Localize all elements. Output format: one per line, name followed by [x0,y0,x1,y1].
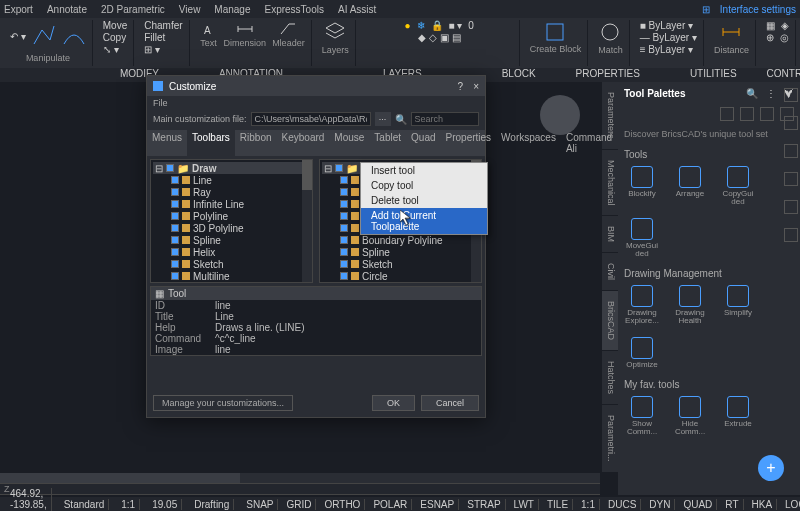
layer-state-1[interactable]: ● [404,20,410,31]
status-flag-lockui[interactable]: LOCKUI [781,499,800,510]
palette-tool-drawingexplorer[interactable]: Drawing Explore... [624,285,660,325]
path-input[interactable] [251,112,371,126]
context-item-add-to-current-toolpalette[interactable]: Add to Current Toolpalette [361,208,487,234]
tree-item[interactable]: Sketch [322,258,479,270]
layer-color[interactable]: ■ ▾ [449,20,463,31]
dialog-close-button[interactable]: × [473,81,479,92]
tab-mechanical[interactable]: Mechanical [602,150,618,217]
copy-button[interactable]: Copy [103,32,127,43]
dialog-tab-command ali[interactable]: Command Ali [561,130,617,156]
tree-left-scrollbar[interactable] [302,160,312,282]
menu-manage[interactable]: Manage [214,4,250,15]
context-item-copy-tool[interactable]: Copy tool [361,178,487,193]
tree-item[interactable]: Boundary Polyline [322,234,479,246]
palette-tool-copyguided[interactable]: CopyGui ded [720,166,756,206]
control-2[interactable]: ◈ [781,20,789,31]
status-flag-tile[interactable]: TILE [543,499,573,510]
stretch-icon[interactable]: ⤡ ▾ [103,44,127,55]
lineweight-bylayer[interactable]: ≡ ByLayer ▾ [640,44,697,55]
palette-tool-blockify[interactable]: Blockify [624,166,660,206]
palette-tool-extrude[interactable]: Extrude [720,396,756,436]
tab-block[interactable]: BLOCK [502,68,536,82]
dialog-tab-keyboard[interactable]: Keyboard [277,130,330,156]
status-flag-strap[interactable]: STRAP [463,499,505,510]
tree-item[interactable]: Circle [322,270,479,282]
dialog-tab-toolbars[interactable]: Toolbars [187,130,235,156]
ok-button[interactable]: OK [372,395,415,411]
dialog-file-menu[interactable]: File [147,96,485,108]
status-flag-ducs[interactable]: DUCS [604,499,641,510]
linetype-bylayer[interactable]: — ByLayer ▾ [640,32,697,43]
layer-tool-2[interactable]: ◇ [429,32,437,43]
tree-item[interactable]: Spline [322,246,479,258]
tool-property-row[interactable]: HelpDraws a line. (LINE) [151,322,481,333]
tree-item[interactable]: Line [153,174,310,186]
view-list[interactable] [760,107,774,121]
tool-property-row[interactable]: TitleLine [151,311,481,322]
dialog-tab-ribbon[interactable]: Ribbon [235,130,277,156]
palette-tool-hidecomm[interactable]: Hide Comm... [672,396,708,436]
chamfer-button[interactable]: Chamfer [144,20,182,31]
status-flag-dyn[interactable]: DYN [645,499,675,510]
search-icon[interactable]: 🔍 [746,88,758,99]
menu-icon[interactable]: ⋮ [766,88,776,99]
control-1[interactable]: ▦ [766,20,775,31]
tool-property-row[interactable]: Imageline [151,344,481,355]
tab-civil[interactable]: Civil [602,253,618,291]
tab-hatches[interactable]: Hatches [602,351,618,405]
tree-item[interactable] [153,282,310,283]
tool-property-row[interactable]: Command^c^c_line [151,333,481,344]
fab-add[interactable]: + [758,455,784,481]
status-flag-grid[interactable]: GRID [282,499,316,510]
distance-icon[interactable] [719,20,743,44]
tab-utilities[interactable]: UTILITIES [690,68,737,82]
tree-item[interactable]: Polyline [153,210,310,222]
right-icon-1[interactable] [784,88,798,102]
tree-item[interactable]: Circle Center-Radius [322,282,479,283]
grid-icon[interactable]: ⊞ [702,4,710,15]
tree-item[interactable]: Infinite Line [153,198,310,210]
context-item-delete-tool[interactable]: Delete tool [361,193,487,208]
menu-ai-assist[interactable]: AI Assist [338,4,376,15]
tab-bricscad[interactable]: BricsCAD [602,291,618,351]
text-icon[interactable]: A [200,20,218,38]
status-flag-snap[interactable]: SNAP [242,499,278,510]
layer-0[interactable]: 0 [468,20,474,31]
match-icon[interactable] [598,20,622,44]
mleader-icon[interactable] [279,20,297,38]
right-icon-6[interactable] [784,228,798,242]
right-icon-3[interactable] [784,144,798,158]
move-button[interactable]: Move [103,20,127,31]
layer-tool-1[interactable]: ◆ [418,32,426,43]
status-flag-quad[interactable]: QUAD [679,499,717,510]
status-flag-esnap[interactable]: ESNAP [416,499,459,510]
status-flag-1:1[interactable]: 1:1 [577,499,600,510]
status-flag-polar[interactable]: POLAR [369,499,412,510]
palette-tool-moveguided[interactable]: MoveGui ded [624,218,660,258]
right-icon-2[interactable] [784,116,798,130]
status-flag-rt[interactable]: RT [721,499,743,510]
arc-icon[interactable] [62,24,86,48]
control-4[interactable]: ◎ [780,32,789,43]
manage-customizations-button[interactable]: Manage your customizations... [153,395,293,411]
right-icon-4[interactable] [784,172,798,186]
dimension-icon[interactable] [236,20,254,38]
tree-left[interactable]: ⊟📁DrawLineRayInfinite LinePolyline3D Pol… [150,159,313,283]
dialog-tab-menus[interactable]: Menus [147,130,187,156]
layers-icon[interactable] [323,20,347,44]
palette-tool-arrange[interactable]: Arrange [672,166,708,206]
color-bylayer[interactable]: ■ ByLayer ▾ [640,20,697,31]
tree-item[interactable]: Helix [153,246,310,258]
search-input[interactable] [411,112,479,126]
view-large-icons[interactable] [720,107,734,121]
tree-item[interactable]: Ray [153,186,310,198]
status-flag-lwt[interactable]: LWT [510,499,539,510]
dialog-tab-properties[interactable]: Properties [441,130,497,156]
tree-item[interactable]: Spline [153,234,310,246]
tab-bim[interactable]: BIM [602,216,618,253]
dialog-tab-tablet[interactable]: Tablet [369,130,406,156]
tree-header[interactable]: ⊟📁Draw [153,162,310,174]
status-flag-hka[interactable]: HKA [748,499,778,510]
tree-item[interactable]: Sketch [153,258,310,270]
palette-tool-optimize[interactable]: Optimize [624,337,660,369]
